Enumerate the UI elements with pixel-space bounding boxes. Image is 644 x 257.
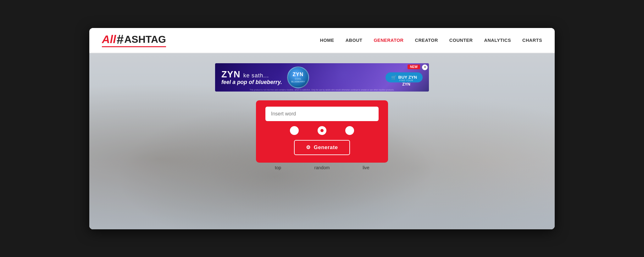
hero-section: ZYN ke sath... feel a pop of blueberry. … xyxy=(89,53,555,229)
nav-item-creator[interactable]: CREATOR xyxy=(415,38,438,43)
radio-circle-live[interactable] xyxy=(345,126,354,135)
logo[interactable]: All # ASHTAG xyxy=(102,33,166,47)
nav-item-charts[interactable]: CHARTS xyxy=(522,38,542,43)
radio-live[interactable] xyxy=(345,126,354,135)
ad-find-label: FIND YOUR xyxy=(399,79,413,82)
main-nav: HOMEABOUTGENERATORCREATORCOUNTERANALYTIC… xyxy=(320,38,542,43)
ad-close-button[interactable]: ✕ xyxy=(422,64,428,70)
gear-icon: ⚙ xyxy=(306,144,311,150)
radio-group xyxy=(290,126,354,135)
radio-labels-container: top random live xyxy=(256,165,388,170)
ad-circle-brand: ZYN xyxy=(292,72,303,77)
browser-window: All # ASHTAG HOMEABOUTGENERATORCREATORCO… xyxy=(89,28,555,229)
radio-label-random: random xyxy=(300,165,344,170)
ad-circle-sub: COOL BLUEBERRY xyxy=(288,77,308,83)
logo-all-text: All xyxy=(102,34,116,45)
ad-find-zyn: FIND YOUR ZYN xyxy=(399,79,413,87)
radio-label-top: top xyxy=(256,165,300,170)
ad-new-badge: NEW xyxy=(408,64,420,69)
hero-content: ZYN ke sath... feel a pop of blueberry. … xyxy=(89,53,555,170)
nav-item-counter[interactable]: COUNTER xyxy=(449,38,473,43)
ad-banner-inner: ZYN ke sath... feel a pop of blueberry. … xyxy=(221,66,423,88)
ad-zyn-brand: ZYN ke sath... xyxy=(221,69,282,80)
generate-label: Generate xyxy=(314,144,338,151)
radio-top[interactable] xyxy=(290,126,299,135)
ad-zyn-logo: ZYN ke sath... feel a pop of blueberry. xyxy=(221,69,282,86)
generator-box: ⚙ Generate xyxy=(256,100,388,163)
ad-disclaimer: This product is not risk-free and contai… xyxy=(250,89,394,91)
ad-tagline: feel a pop of blueberry. xyxy=(221,79,282,86)
ad-banner: ZYN ke sath... feel a pop of blueberry. … xyxy=(215,63,429,92)
generate-button[interactable]: ⚙ Generate xyxy=(294,140,350,155)
header: All # ASHTAG HOMEABOUTGENERATORCREATORCO… xyxy=(89,28,555,53)
logo-underline xyxy=(102,46,166,47)
nav-item-analytics[interactable]: ANALYTICS xyxy=(484,38,511,43)
logo-hash-text: # xyxy=(117,33,124,46)
nav-item-about[interactable]: ABOUT xyxy=(346,38,363,43)
nav-item-home[interactable]: HOME xyxy=(320,38,334,43)
radio-label-live: live xyxy=(344,165,388,170)
ad-ke-sath: ke sath... xyxy=(243,72,269,79)
radio-circle-top[interactable] xyxy=(290,126,299,135)
search-input[interactable] xyxy=(265,107,379,121)
logo-ashtag-text: ASHTAG xyxy=(124,34,166,44)
radio-random[interactable] xyxy=(318,126,326,135)
nav-item-generator[interactable]: GENERATOR xyxy=(374,38,403,43)
ad-zyn-circle: ZYN COOL BLUEBERRY xyxy=(287,66,309,88)
basket-icon: 🛒 xyxy=(391,75,397,80)
ad-find-logo: ZYN xyxy=(402,82,410,87)
radio-circle-random[interactable] xyxy=(318,126,326,135)
